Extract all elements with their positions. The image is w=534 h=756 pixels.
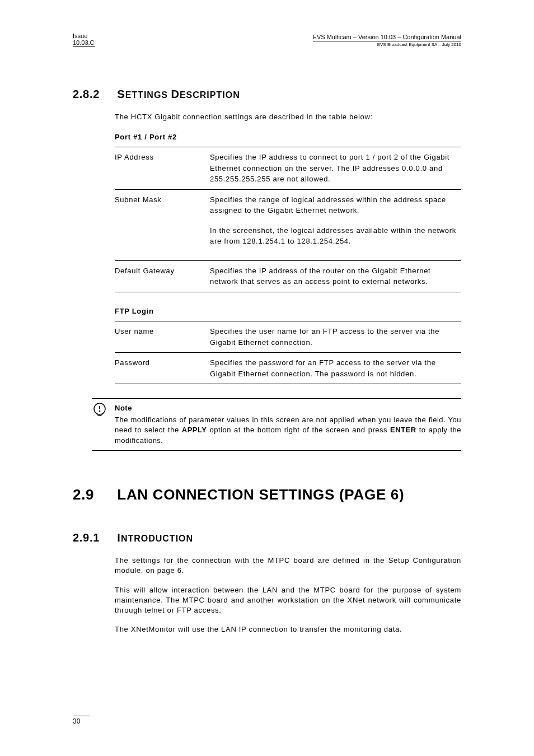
section-2.9-header: 2.9 LAN CONNECTION SETTINGS (PAGE 6) (73, 484, 461, 505)
param-name: Default Gateway (115, 260, 210, 292)
port-heading: Port #1 / Port #2 (115, 132, 461, 142)
chapter-number: 2.9 (73, 484, 115, 505)
intro-text: The HCTX Gigabit connection settings are… (115, 112, 461, 122)
param-name: User name (115, 321, 210, 353)
param-name: Subnet Mask (115, 189, 210, 260)
intro-p3: The XNetMonitor will use the LAN IP conn… (115, 624, 461, 634)
section-number: 2.9.1 (73, 530, 115, 545)
param-desc: Specifies the range of logical addresses… (210, 189, 461, 260)
note-block: Note The modifications of parameter valu… (92, 398, 461, 451)
issue-label: Issue (73, 32, 95, 39)
svg-point-2 (99, 410, 101, 412)
section-number: 2.8.2 (73, 86, 115, 102)
intro-p2: This will allow interaction between the … (115, 585, 461, 616)
section-2.9.1-header: 2.9.1 INTRODUCTION (73, 530, 461, 545)
page-header: Issue 10.03.C EVS Multicam – Version 10.… (73, 32, 461, 47)
note-text: Note The modifications of parameter valu… (115, 403, 461, 446)
param-desc: Specifies the IP address to connect to p… (210, 147, 461, 190)
section-title: INTRODUCTION (117, 530, 193, 545)
manual-company: EVS Broadcast Equipment SA – July 2010 (313, 42, 461, 47)
port-table: IP Address Specifies the IP address to c… (115, 147, 461, 292)
intro-p1: The settings for the connection with the… (115, 556, 461, 576)
note-icon (92, 403, 115, 446)
ftp-table: User name Specifies the user name for an… (115, 321, 461, 384)
manual-title: EVS Multicam – Version 10.03 – Configura… (313, 34, 461, 41)
table-row: Password Specifies the password for an F… (115, 353, 461, 384)
param-desc: Specifies the user name for an FTP acces… (210, 321, 461, 353)
table-row: Default Gateway Specifies the IP address… (115, 260, 461, 292)
issue-number: 10.03.C (73, 39, 95, 46)
note-body: The modifications of parameter values in… (115, 415, 461, 446)
param-name: IP Address (115, 147, 210, 190)
param-name: Password (115, 353, 210, 384)
param-desc: Specifies the IP address of the router o… (210, 260, 461, 292)
chapter-title: LAN CONNECTION SETTINGS (PAGE 6) (117, 484, 404, 505)
param-desc: Specifies the password for an FTP access… (210, 353, 461, 384)
page-number: 30 (73, 716, 90, 725)
header-right: EVS Multicam – Version 10.03 – Configura… (313, 34, 461, 47)
table-row: IP Address Specifies the IP address to c… (115, 147, 461, 190)
note-label: Note (115, 403, 461, 413)
section-title: SETTINGS DESCRIPTION (117, 86, 240, 102)
header-left: Issue 10.03.C (73, 32, 95, 47)
table-row: User name Specifies the user name for an… (115, 321, 461, 353)
section-2.8.2-header: 2.8.2 SETTINGS DESCRIPTION (73, 86, 461, 102)
ftp-heading: FTP Login (115, 306, 461, 316)
table-row: Subnet Mask Specifies the range of logic… (115, 189, 461, 260)
